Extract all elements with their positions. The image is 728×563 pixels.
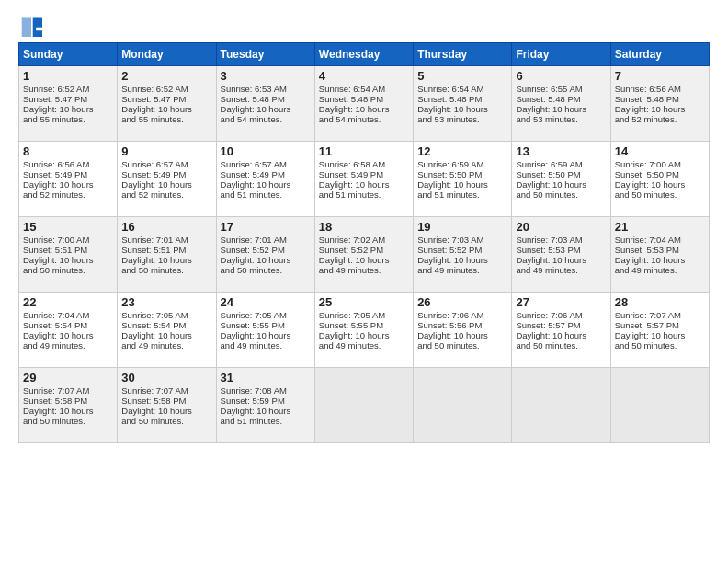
daylight-minutes: and 50 minutes. <box>23 265 85 275</box>
calendar-cell: 11 Sunrise: 6:58 AM Sunset: 5:49 PM Dayl… <box>314 142 413 217</box>
daylight-label: Daylight: 10 hours <box>516 179 586 190</box>
day-number: 15 <box>23 220 113 234</box>
sunrise-text: Sunrise: 7:01 AM <box>121 235 188 245</box>
day-number: 13 <box>516 144 606 158</box>
day-number: 27 <box>516 295 606 309</box>
sunrise-text: Sunrise: 6:58 AM <box>319 159 385 169</box>
calendar-week-row: 15 Sunrise: 7:00 AM Sunset: 5:51 PM Dayl… <box>19 217 710 293</box>
daylight-label: Daylight: 10 hours <box>516 104 586 114</box>
calendar-cell: 4 Sunrise: 6:54 AM Sunset: 5:48 PM Dayli… <box>314 66 413 142</box>
day-number: 14 <box>615 144 705 158</box>
day-number: 22 <box>23 295 113 309</box>
day-number: 25 <box>319 295 409 309</box>
weekday-header: Friday <box>512 43 610 66</box>
sunset-text: Sunset: 5:57 PM <box>615 320 679 330</box>
sunrise-text: Sunrise: 7:01 AM <box>221 235 287 245</box>
day-number: 4 <box>319 69 409 83</box>
daylight-minutes: and 49 minutes. <box>23 340 85 350</box>
sunset-text: Sunset: 5:55 PM <box>319 320 383 330</box>
day-number: 28 <box>615 295 705 309</box>
daylight-label: Daylight: 10 hours <box>417 179 488 190</box>
daylight-minutes: and 54 minutes. <box>221 114 283 124</box>
day-number: 16 <box>121 220 211 234</box>
sunrise-text: Sunrise: 6:57 AM <box>221 159 287 169</box>
daylight-minutes: and 51 minutes. <box>221 416 283 426</box>
calendar-cell: 12 Sunrise: 6:59 AM Sunset: 5:50 PM Dayl… <box>414 142 512 217</box>
daylight-minutes: and 50 minutes. <box>516 190 578 200</box>
day-number: 29 <box>23 371 113 385</box>
calendar-cell: 23 Sunrise: 7:05 AM Sunset: 5:54 PM Dayl… <box>118 293 216 368</box>
sunset-text: Sunset: 5:50 PM <box>417 169 482 179</box>
daylight-minutes: and 49 minutes. <box>516 265 578 275</box>
sunset-text: Sunset: 5:48 PM <box>516 94 580 104</box>
calendar-cell: 8 Sunrise: 6:56 AM Sunset: 5:49 PM Dayli… <box>19 142 118 217</box>
sunset-text: Sunset: 5:57 PM <box>516 320 580 330</box>
calendar-cell: 13 Sunrise: 6:59 AM Sunset: 5:50 PM Dayl… <box>512 142 610 217</box>
day-number: 1 <box>23 69 113 83</box>
sunset-text: Sunset: 5:50 PM <box>516 169 580 179</box>
calendar-cell <box>314 368 413 443</box>
calendar-cell: 24 Sunrise: 7:05 AM Sunset: 5:55 PM Dayl… <box>216 293 314 368</box>
calendar-cell: 9 Sunrise: 6:57 AM Sunset: 5:49 PM Dayli… <box>118 142 216 217</box>
daylight-minutes: and 49 minutes. <box>319 340 381 350</box>
daylight-label: Daylight: 10 hours <box>516 330 586 340</box>
day-number: 30 <box>121 371 211 385</box>
daylight-label: Daylight: 10 hours <box>121 255 192 265</box>
calendar-cell: 18 Sunrise: 7:02 AM Sunset: 5:52 PM Dayl… <box>314 217 413 293</box>
sunrise-text: Sunrise: 7:06 AM <box>516 310 582 320</box>
daylight-label: Daylight: 10 hours <box>319 255 390 265</box>
calendar-cell: 21 Sunrise: 7:04 AM Sunset: 5:53 PM Dayl… <box>610 217 709 293</box>
daylight-label: Daylight: 10 hours <box>121 179 192 190</box>
calendar-cell: 7 Sunrise: 6:56 AM Sunset: 5:48 PM Dayli… <box>610 66 709 142</box>
daylight-label: Daylight: 10 hours <box>615 330 686 340</box>
weekday-header: Tuesday <box>216 43 314 66</box>
daylight-label: Daylight: 10 hours <box>615 179 686 190</box>
day-number: 21 <box>615 220 705 234</box>
sunset-text: Sunset: 5:52 PM <box>221 245 285 255</box>
sunset-text: Sunset: 5:53 PM <box>516 245 580 255</box>
daylight-label: Daylight: 10 hours <box>221 104 291 114</box>
daylight-label: Daylight: 10 hours <box>23 179 94 190</box>
daylight-minutes: and 52 minutes. <box>615 114 677 124</box>
calendar-cell <box>610 368 709 443</box>
daylight-minutes: and 50 minutes. <box>23 416 85 426</box>
sunrise-text: Sunrise: 7:08 AM <box>221 385 287 396</box>
sunset-text: Sunset: 5:49 PM <box>319 169 383 179</box>
sunrise-text: Sunrise: 7:04 AM <box>615 235 681 245</box>
daylight-label: Daylight: 10 hours <box>221 255 291 265</box>
weekday-header: Saturday <box>610 43 709 66</box>
sunrise-text: Sunrise: 6:56 AM <box>615 84 681 94</box>
daylight-label: Daylight: 10 hours <box>615 104 686 114</box>
daylight-label: Daylight: 10 hours <box>417 255 488 265</box>
day-number: 6 <box>516 69 606 83</box>
weekday-header: Monday <box>118 43 216 66</box>
daylight-minutes: and 49 minutes. <box>615 265 677 275</box>
sunrise-text: Sunrise: 7:02 AM <box>319 235 385 245</box>
day-number: 17 <box>221 220 311 234</box>
day-number: 19 <box>417 220 507 234</box>
sunrise-text: Sunrise: 7:03 AM <box>516 235 582 245</box>
page: SundayMondayTuesdayWednesdayThursdayFrid… <box>0 0 728 454</box>
sunset-text: Sunset: 5:54 PM <box>121 320 186 330</box>
calendar-cell: 28 Sunrise: 7:07 AM Sunset: 5:57 PM Dayl… <box>610 293 709 368</box>
daylight-minutes: and 50 minutes. <box>516 340 578 350</box>
logo-icon <box>18 15 44 37</box>
daylight-minutes: and 50 minutes. <box>615 340 677 350</box>
day-number: 26 <box>417 295 507 309</box>
sunset-text: Sunset: 5:56 PM <box>417 320 482 330</box>
sunrise-text: Sunrise: 7:07 AM <box>23 385 89 396</box>
sunset-text: Sunset: 5:55 PM <box>221 320 285 330</box>
sunset-text: Sunset: 5:49 PM <box>121 169 186 179</box>
daylight-label: Daylight: 10 hours <box>516 255 586 265</box>
day-number: 9 <box>121 144 211 158</box>
sunrise-text: Sunrise: 7:07 AM <box>615 310 681 320</box>
sunrise-text: Sunrise: 6:56 AM <box>23 159 89 169</box>
daylight-label: Daylight: 10 hours <box>417 330 488 340</box>
sunset-text: Sunset: 5:53 PM <box>615 245 679 255</box>
sunset-text: Sunset: 5:51 PM <box>23 245 87 255</box>
daylight-minutes: and 53 minutes. <box>417 114 480 124</box>
sunrise-text: Sunrise: 6:52 AM <box>23 84 89 94</box>
daylight-minutes: and 49 minutes. <box>319 265 381 275</box>
daylight-minutes: and 51 minutes. <box>417 190 480 200</box>
daylight-minutes: and 50 minutes. <box>121 416 184 426</box>
